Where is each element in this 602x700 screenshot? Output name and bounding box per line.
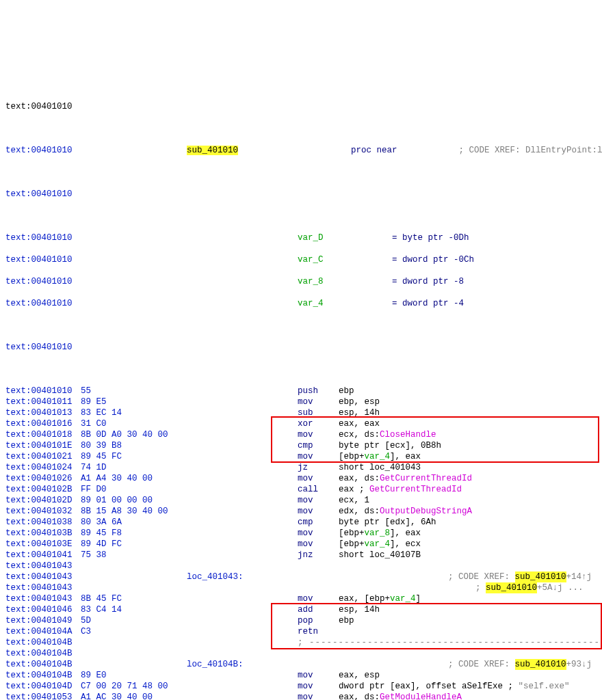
asm-line: text:0040103E89 4D FCmov[ebp+var_4], ecx: [5, 539, 597, 550]
asm-line: text:0040102189 45 FCmov[ebp+var_4], eax: [5, 451, 597, 462]
asm-line: text:00401053A1 AC 30 40 00moveax, ds:Ge…: [5, 692, 597, 700]
asm-line: text:0040104AC3retn: [5, 626, 597, 637]
asm-line: text:004010495Dpopebp: [5, 615, 597, 626]
operands: ebp: [339, 386, 354, 396]
hex-bytes: 55: [81, 386, 187, 396]
hex-bytes: 83 EC 14: [81, 407, 187, 418]
api-symbol: GetCurrentThreadId: [380, 474, 472, 483]
mnemonic: mov: [298, 528, 339, 539]
address: text:00401018: [5, 429, 81, 440]
api-symbol: GetCurrentThreadId: [369, 485, 462, 494]
mnemonic: mov: [298, 396, 339, 407]
mnemonic: cmp: [298, 517, 339, 528]
hex-bytes: 89 E0: [81, 670, 187, 681]
var-ref: var_8: [365, 528, 391, 538]
separator-line: text:0040104B; -------------------------…: [5, 637, 597, 648]
truncated-top: text:00401010: [5, 101, 597, 112]
mnemonic: jz: [298, 462, 339, 473]
var-ref: var_4: [390, 594, 416, 604]
operands: byte ptr [edx], 6Ah: [339, 517, 436, 528]
asm-line: text:0040103880 3A 6Acmpbyte ptr [edx], …: [5, 517, 597, 528]
operands: short loc_40107B: [339, 550, 421, 561]
var-def: text:00401010 var_D = byte ptr -0Dh: [5, 232, 597, 243]
address: text:00401032: [5, 506, 81, 517]
mnemonic: mov: [298, 473, 339, 484]
address: text:00401026: [5, 473, 81, 484]
mnemonic: mov: [298, 495, 339, 506]
address: text:00401041: [5, 550, 81, 561]
asm-line: text:0040101189 E5movebp, esp: [5, 396, 597, 407]
mnemonic: xor: [298, 418, 339, 429]
hex-bytes: 75 38: [81, 550, 187, 561]
hex-bytes: 89 4D FC: [81, 539, 187, 550]
hex-bytes: 89 45 FC: [81, 451, 187, 462]
asm-line: text:0040104DC7 00 20 71 48 00movdword p…: [5, 681, 597, 692]
code-label: loc_40104B:: [187, 660, 244, 669]
xref-sub-highlight: sub_401010: [515, 571, 566, 582]
xref-sub-highlight: sub_401010: [515, 659, 566, 670]
address: text:0040102B: [5, 484, 81, 495]
asm-line: text:0040103B89 45 F8mov[ebp+var_8], eax: [5, 528, 597, 539]
mnemonic: call: [298, 484, 339, 495]
asm-line: text:00401026A1 A4 30 40 00moveax, ds:Ge…: [5, 473, 597, 484]
address: text:00401043: [5, 593, 81, 604]
hex-bytes: 89 45 F8: [81, 528, 187, 539]
hex-bytes: 80 39 B8: [81, 440, 187, 451]
sub-name-highlight: sub_401010: [187, 146, 238, 155]
hex-bytes: A1 A4 30 40 00: [81, 473, 187, 484]
address: text:00401010: [5, 386, 81, 396]
address: text:00401053: [5, 692, 81, 700]
mnemonic: mov: [298, 593, 339, 604]
operands: eax, eax: [339, 418, 380, 429]
asm-line: text:0040104B89 E0moveax, esp: [5, 670, 597, 681]
asm-line: text:004010438B 45 FCmoveax, [ebp+var_4]: [5, 593, 597, 604]
operands: ecx, 1: [339, 495, 369, 506]
address: text:00401049: [5, 615, 81, 626]
var-ref: var_4: [365, 452, 391, 461]
hex-bytes: 8B 45 FC: [81, 593, 187, 604]
hex-bytes: A1 AC 30 40 00: [81, 692, 187, 700]
hex-bytes: C3: [81, 626, 187, 637]
operands: eax, [ebp+var_4]: [339, 593, 421, 604]
hex-bytes: 31 C0: [81, 418, 187, 429]
asm-line: text:0040102BFF D0calleax ; GetCurrentTh…: [5, 484, 597, 495]
operands: edx, ds:OutputDebugStringA: [339, 506, 472, 517]
disassembly-listing: text:00401010 text:00401010 sub_401010 p…: [5, 36, 597, 700]
hex-bytes: C7 00 20 71 48 00: [81, 681, 187, 692]
operands: dword ptr [eax], offset aSelfExe ; "self…: [339, 681, 570, 692]
address: text:00401013: [5, 407, 81, 418]
operands: short loc_401043: [339, 462, 421, 473]
var-def: text:00401010 var_C = dword ptr -0Ch: [5, 254, 597, 265]
hex-bytes: 83 C4 14: [81, 604, 187, 615]
operands: eax ; GetCurrentThreadId: [339, 484, 462, 495]
api-symbol: OutputDebugStringA: [380, 507, 472, 516]
asm-line: text:0040101383 EC 14subesp, 14h: [5, 407, 597, 418]
mnemonic: mov: [298, 451, 339, 462]
address: text:00401024: [5, 462, 81, 473]
address: text:0040104B: [5, 670, 81, 681]
mnemonic: mov: [298, 670, 339, 681]
address: text:0040101E: [5, 440, 81, 451]
asm-line: text:0040102D89 01 00 00 00movecx, 1: [5, 495, 597, 506]
xref-comment: ; CODE XREF:: [448, 571, 515, 582]
mnemonic: retn: [298, 626, 339, 637]
address: text:0040104D: [5, 681, 81, 692]
hex-bytes: 8B 15 A8 30 40 00: [81, 506, 187, 517]
mnemonic: cmp: [298, 440, 339, 451]
operands: [ebp+var_4], eax: [339, 451, 421, 462]
var-def: text:00401010 var_8 = dword ptr -8: [5, 276, 597, 287]
address: text:00401016: [5, 418, 81, 429]
mnemonic: push: [298, 386, 339, 396]
mnemonic: pop: [298, 615, 339, 626]
asm-line: text:0040101631 C0xoreax, eax: [5, 418, 597, 429]
mnemonic: sub: [298, 407, 339, 418]
label-line: text:0040104Bloc_40104B:; CODE XREF: sub…: [5, 659, 597, 670]
hex-bytes: 89 01 00 00 00: [81, 495, 187, 506]
hex-bytes: FF D0: [81, 484, 187, 495]
operands: esp, 14h: [339, 407, 380, 418]
dash-separator: ; --------------------------------------…: [298, 637, 602, 648]
var-def: text:00401010 var_4 = dword ptr -4: [5, 298, 597, 309]
address: text:0040103E: [5, 539, 81, 550]
asm-line: text:0040104683 C4 14addesp, 14h: [5, 604, 597, 615]
var-ref: var_4: [365, 539, 391, 549]
